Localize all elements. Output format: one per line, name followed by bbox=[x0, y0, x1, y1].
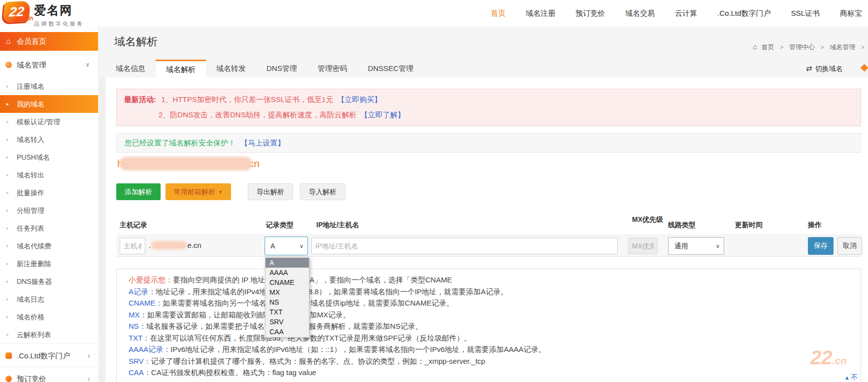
column-header-operations: 操作 bbox=[808, 221, 822, 229]
top-bar: 22 cn 爱名网 品牌数字化服务 首页 域名注册 预订竞价 域名交易 云计算 … bbox=[0, 0, 868, 27]
triangle-right-icon: ▸ bbox=[6, 77, 9, 95]
record-type-option-a[interactable]: A bbox=[266, 258, 309, 268]
breadcrumb-domain-mgmt[interactable]: 域名管理 bbox=[830, 43, 855, 51]
promo-line-2: 2、防DNS攻击，改善DNS劫持，提高解析速度，高防云解析 【立即了解】 bbox=[159, 110, 405, 120]
breadcrumb: ⌂ 首页 > 管理中心 > 域名管理 > 我的域名 bbox=[753, 42, 868, 52]
redaction-blur bbox=[120, 157, 252, 171]
record-type-option-aaaa[interactable]: AAAA bbox=[266, 268, 309, 278]
sidebar-item-transfer-out[interactable]: ▸域名转出 bbox=[0, 166, 98, 184]
save-button[interactable]: 保存 bbox=[808, 237, 834, 255]
sidebar-item-domain-logs[interactable]: ▸域名日志 bbox=[0, 290, 98, 308]
breadcrumb-mgmt-center[interactable]: 管理中心 bbox=[789, 43, 815, 51]
switch-domain-button[interactable]: ⇄切换域名 bbox=[806, 60, 843, 77]
export-records-button[interactable]: 导出解析 bbox=[248, 183, 293, 200]
sidebar-member-home[interactable]: ⌂ 会员首页 bbox=[0, 32, 98, 51]
triangle-right-icon: ▸ bbox=[6, 148, 9, 166]
chevron-left-icon: ‹ bbox=[88, 344, 90, 367]
line-type-select[interactable]: 通用 ∨ bbox=[668, 237, 724, 255]
chevron-down-icon: ∨ bbox=[716, 238, 720, 254]
sidebar-item-domain-prices[interactable]: ▸域名价格 bbox=[0, 308, 98, 326]
logo-tagline: 品牌数字化服务 bbox=[34, 20, 84, 28]
topnav-item-home[interactable]: 首页 bbox=[491, 9, 505, 18]
tab-domain-info[interactable]: 域名信息 bbox=[105, 60, 156, 77]
record-type-help: 小爱提示您：要指向空间商提供的 IP 地址，选择「类型A」，要指向一个域名，选择… bbox=[116, 269, 861, 382]
buy-now-link[interactable]: 【立即购买】 bbox=[337, 95, 382, 104]
record-type-option-mx[interactable]: MX bbox=[266, 287, 309, 297]
sidebar-item-coltd[interactable]: .Co.Ltd数字门户 ‹ bbox=[0, 344, 98, 367]
sidebar-item-register-domain[interactable]: ▸注册域名 bbox=[0, 77, 98, 95]
sidebar-item-dns-servers[interactable]: ▸DNS服务器 bbox=[0, 273, 98, 290]
sidebar-item-push-domain[interactable]: ▸PUSH域名 bbox=[0, 148, 98, 166]
current-domain: h cn bbox=[117, 157, 260, 171]
sidebar-item-renewal[interactable]: ▸域名代续费 bbox=[0, 237, 98, 255]
triangle-right-icon: ▸ bbox=[6, 255, 9, 273]
setup-now-link[interactable]: 【马上设置】 bbox=[240, 139, 285, 147]
triangle-right-icon: ▸ bbox=[6, 237, 9, 255]
tab-dns-management[interactable]: DNS管理 bbox=[256, 60, 307, 77]
record-type-option-ns[interactable]: NS bbox=[266, 297, 309, 307]
mail-presets-button[interactable]: 常用邮箱解析▼ bbox=[166, 183, 231, 200]
column-header-mx-priority: MX优先级 bbox=[632, 215, 664, 224]
sidebar-item-new-reg-delete[interactable]: ▸新注册删除 bbox=[0, 255, 98, 273]
triangle-right-icon: ▸ bbox=[6, 184, 9, 202]
topnav-item-preorder-bidding[interactable]: 预订竞价 bbox=[575, 9, 605, 18]
triangle-right-icon: ▸ bbox=[6, 326, 9, 344]
help-line: MX：如果需要设置邮箱，让邮箱能收到邮件，就需要添加MX记录。 bbox=[129, 309, 861, 321]
topnav-item-trademark[interactable]: 商标宝 bbox=[840, 9, 862, 18]
sidebar-group-domain-mgmt[interactable]: 域名管理 ∨ bbox=[0, 56, 98, 74]
promo-notice: 最新活动: 1、HTTPS加密时代，你只差一张SSL证书，低至1元 【立即购买】… bbox=[116, 89, 861, 126]
sidebar-item-group-mgmt[interactable]: ▸分组管理 bbox=[0, 202, 98, 219]
security-text: 您已经设置了域名解析安全保护！ bbox=[125, 139, 235, 147]
breadcrumb-separator: > bbox=[780, 44, 783, 51]
sidebar-menu: ▸注册域名 ▸我的域名 ▸模板认证/管理 ▸域名转入 ▸PUSH域名 ▸域名转出… bbox=[0, 77, 98, 344]
topnav-item-cloud-computing[interactable]: 云计算 bbox=[675, 9, 697, 18]
record-type-select[interactable]: A ∨ bbox=[265, 237, 308, 255]
site-logo[interactable]: 22 cn 爱名网 品牌数字化服务 bbox=[4, 1, 84, 28]
learn-more-link[interactable]: 【立即了解】 bbox=[361, 110, 405, 119]
sidebar-item-template-auth[interactable]: ▸模板认证/管理 bbox=[0, 113, 98, 131]
domain-mgmt-icon bbox=[5, 62, 12, 68]
brand-watermark: 22.cn bbox=[810, 347, 846, 369]
host-record-input[interactable] bbox=[120, 238, 145, 254]
record-type-option-cname[interactable]: CNAME bbox=[266, 278, 309, 287]
triangle-right-icon: ▸ bbox=[6, 131, 9, 148]
sidebar-item-task-list[interactable]: ▸任务列表 bbox=[0, 219, 98, 237]
add-record-button[interactable]: 添加解析 bbox=[116, 183, 161, 200]
ip-address-input[interactable] bbox=[311, 238, 618, 254]
sidebar-item-batch-ops[interactable]: ▸批量操作 bbox=[0, 184, 98, 202]
triangle-right-icon: ▸ bbox=[6, 113, 9, 131]
sidebar: ⌂ 会员首页 域名管理 ∨ ▸注册域名 ▸我的域名 ▸模板认证/管理 ▸域名转入… bbox=[0, 27, 99, 382]
topnav-item-ssl-cert[interactable]: SSL证书 bbox=[791, 9, 820, 18]
tab-domain-forwarding[interactable]: 域名转发 bbox=[206, 60, 256, 77]
tab-bar: 域名信息 域名解析 域名转发 DNS管理 管理密码 DNSSEC管理 bbox=[105, 60, 424, 77]
top-nav: 首页 域名注册 预订竞价 域名交易 云计算 .Co.Ltd数字门户 SSL证书 … bbox=[491, 0, 862, 27]
breadcrumb-home[interactable]: 首页 bbox=[762, 43, 774, 51]
record-type-option-srv[interactable]: SRV bbox=[266, 317, 309, 327]
triangle-right-icon: ▸ bbox=[6, 166, 9, 184]
mx-priority-input bbox=[628, 238, 658, 254]
cancel-button[interactable]: 取消 bbox=[837, 237, 862, 255]
page: 22 cn 爱名网 品牌数字化服务 首页 域名注册 预订竞价 域名交易 云计算 … bbox=[0, 0, 868, 382]
triangle-right-icon: ▸ bbox=[6, 273, 9, 290]
help-line: AAAA记录：IPv6地址记录，用来指定域名的IPv6地址（如：::1），如果需… bbox=[129, 344, 861, 355]
record-type-option-caa[interactable]: CAA bbox=[266, 327, 309, 337]
sidebar-item-auction[interactable]: 预订竞价 ‹ bbox=[0, 367, 98, 382]
domain-mgmt-label: 域名管理 bbox=[17, 61, 46, 69]
tab-domain-resolution[interactable]: 域名解析 bbox=[156, 60, 206, 77]
topnav-item-domain-trading[interactable]: 域名交易 bbox=[625, 9, 655, 18]
home-icon: ⌂ bbox=[6, 32, 11, 51]
sidebar-item-cloud-dns-list[interactable]: ▸云解析列表 bbox=[0, 326, 98, 344]
collapse-widget[interactable]: ▲不 bbox=[844, 373, 858, 382]
sidebar-item-transfer-in[interactable]: ▸域名转入 bbox=[0, 131, 98, 148]
help-line: 小爱提示您：要指向空间商提供的 IP 地址，选择「类型A」，要指向一个域名，选择… bbox=[129, 274, 861, 286]
topnav-item-domain-register[interactable]: 域名注册 bbox=[526, 9, 555, 18]
record-type-option-txt[interactable]: TXT bbox=[266, 307, 309, 317]
logo-22-icon: 22 bbox=[3, 1, 31, 23]
import-records-button[interactable]: 导入解析 bbox=[300, 183, 345, 200]
tab-dnssec[interactable]: DNSSEC管理 bbox=[358, 60, 424, 77]
coltd-icon bbox=[5, 352, 12, 359]
topnav-item-coltd-portal[interactable]: .Co.Ltd数字门户 bbox=[717, 9, 770, 18]
page-header: 域名解析 ⌂ 首页 > 管理中心 > 域名管理 > 我的域名 域名信息 域名解析… bbox=[99, 27, 868, 77]
sidebar-item-my-domains[interactable]: ▸我的域名 bbox=[0, 95, 98, 113]
tab-management-password[interactable]: 管理密码 bbox=[307, 60, 358, 77]
